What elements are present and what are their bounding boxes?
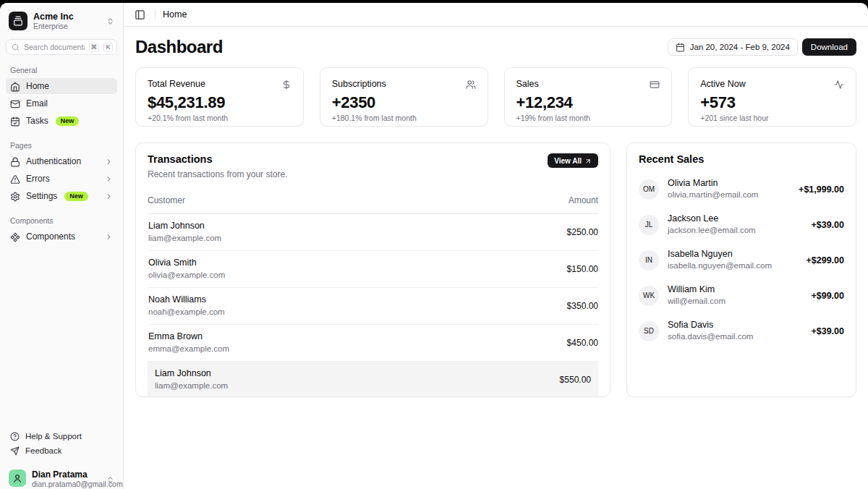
sidebar-section-pages: Pages Authentication Errors Settings New bbox=[6, 141, 117, 205]
alert-triangle-icon bbox=[10, 172, 20, 185]
view-all-button[interactable]: View All bbox=[548, 153, 598, 168]
credit-card-icon bbox=[650, 77, 660, 90]
user-email: dian.pratama0@gmail.com bbox=[32, 480, 101, 489]
kbd-cmd: ⌘ bbox=[89, 43, 100, 52]
stat-card-active-now: Active Now +573 +201 since last hour bbox=[688, 67, 856, 127]
app-window: Acme Inc Enterprise Search documentation… bbox=[0, 3, 868, 489]
home-icon bbox=[10, 80, 20, 93]
org-switcher[interactable]: Acme Inc Enterprise bbox=[6, 9, 117, 33]
sidebar-item-home[interactable]: Home bbox=[6, 78, 117, 94]
recent-sales-panel: Recent Sales OM Olivia Martinolivia.mart… bbox=[626, 143, 856, 397]
stat-change: +201 since last hour bbox=[700, 114, 844, 122]
search-input[interactable]: Search documentation ⌘ K bbox=[6, 39, 117, 55]
section-label: Pages bbox=[6, 141, 117, 150]
date-range-value: Jan 20, 2024 - Feb 9, 2024 bbox=[690, 43, 790, 51]
table-row[interactable]: Emma Brownemma@example.com $450.00 bbox=[148, 325, 598, 362]
download-button[interactable]: Download bbox=[802, 38, 856, 56]
sidebar-item-help-support[interactable]: Help & Support bbox=[6, 429, 117, 443]
list-item[interactable]: SD Sofia Davissofia.davis@email.com +$39… bbox=[639, 320, 844, 342]
search-placeholder: Search documentation bbox=[24, 43, 85, 51]
user-name: Dian Pratama bbox=[32, 469, 101, 480]
dollar-icon bbox=[281, 77, 292, 90]
stat-value: +12,234 bbox=[516, 93, 660, 112]
list-item[interactable]: JL Jackson Leejackson.lee@email.com +$39… bbox=[639, 213, 844, 236]
help-circle-icon bbox=[10, 430, 20, 443]
stat-change: +180.1% from last month bbox=[332, 114, 476, 122]
stat-change: +20.1% from last month bbox=[148, 114, 292, 122]
table-row[interactable]: Olivia Smitholivia@example.com $150.00 bbox=[148, 251, 598, 288]
org-name: Acme Inc bbox=[33, 12, 101, 22]
list-item[interactable]: IN Isabella Nguyenisabella.nguyen@email.… bbox=[639, 249, 844, 271]
sidebar-item-errors[interactable]: Errors bbox=[6, 171, 117, 187]
panel-left-icon bbox=[135, 9, 145, 20]
search-icon bbox=[12, 41, 20, 54]
stat-cards: Total Revenue $45,231.89 +20.1% from las… bbox=[135, 67, 856, 127]
sidebar-item-authentication[interactable]: Authentication bbox=[6, 153, 117, 169]
tasks-icon bbox=[10, 114, 20, 127]
list-item[interactable]: WK William Kimwill@email.com +$99.00 bbox=[639, 284, 844, 307]
chevron-right-icon bbox=[105, 172, 113, 185]
column-amount: Amount bbox=[454, 190, 598, 214]
stat-change: +19% from last month bbox=[516, 114, 660, 122]
chevron-right-icon bbox=[105, 230, 113, 243]
org-plan: Enterprise bbox=[33, 22, 101, 30]
new-badge: New bbox=[56, 116, 80, 126]
list-item[interactable]: OM Olivia Martinolivia.martin@email.com … bbox=[639, 178, 844, 200]
mail-icon bbox=[10, 97, 20, 110]
chevrons-up-down-icon bbox=[106, 473, 114, 486]
table-row[interactable]: Liam Johnsonliam@example.com $250.00 bbox=[148, 214, 598, 251]
page-content: Dashboard Jan 20, 2024 - Feb 9, 2024 Dow… bbox=[124, 27, 868, 489]
stat-card-total-revenue: Total Revenue $45,231.89 +20.1% from las… bbox=[135, 67, 304, 127]
sidebar: Acme Inc Enterprise Search documentation… bbox=[0, 3, 124, 489]
lock-icon bbox=[10, 155, 20, 168]
component-icon bbox=[10, 230, 20, 243]
avatar: IN bbox=[639, 250, 659, 271]
new-badge: New bbox=[64, 192, 88, 201]
avatar: SD bbox=[639, 321, 659, 341]
section-label: General bbox=[6, 66, 117, 75]
transactions-table: Customer Amount Liam Johnsonliam@example… bbox=[148, 190, 598, 397]
sidebar-footer: Help & Support Feedback Dian Pratama dia… bbox=[6, 429, 117, 489]
sidebar-section-general: General Home Email Tasks New bbox=[6, 66, 117, 130]
section-label: Components bbox=[6, 216, 117, 225]
topbar-divider bbox=[155, 9, 156, 20]
sidebar-toggle-button[interactable] bbox=[132, 7, 148, 22]
recent-sales-title: Recent Sales bbox=[639, 153, 844, 165]
stat-card-sales: Sales +12,234 +19% from last month bbox=[504, 67, 673, 127]
chevrons-up-down-icon bbox=[106, 14, 114, 27]
user-menu[interactable]: Dian Pratama dian.pratama0@gmail.com bbox=[6, 464, 117, 489]
chevron-right-icon bbox=[105, 190, 113, 203]
sidebar-item-settings[interactable]: Settings New bbox=[6, 188, 117, 204]
stat-value: +573 bbox=[700, 93, 844, 112]
arrow-up-right-icon bbox=[584, 156, 592, 164]
sidebar-item-feedback[interactable]: Feedback bbox=[6, 443, 117, 458]
stat-value: +2350 bbox=[332, 93, 476, 112]
date-range-picker[interactable]: Jan 20, 2024 - Feb 9, 2024 bbox=[668, 38, 798, 56]
sidebar-item-email[interactable]: Email bbox=[6, 95, 117, 111]
sidebar-item-components[interactable]: Components bbox=[6, 229, 117, 244]
page-header: Dashboard Jan 20, 2024 - Feb 9, 2024 Dow… bbox=[135, 37, 856, 57]
stat-card-subscriptions: Subscriptions +2350 +180.1% from last mo… bbox=[320, 67, 488, 127]
chevron-right-icon bbox=[105, 155, 113, 168]
acme-logo-icon bbox=[9, 12, 27, 30]
page-title: Dashboard bbox=[135, 37, 223, 57]
table-row-highlighted[interactable]: Liam Johnsonliam@example.com $550.00 bbox=[148, 362, 598, 398]
breadcrumb: Home bbox=[163, 9, 187, 20]
topbar: Home bbox=[124, 3, 868, 27]
activity-icon bbox=[834, 77, 844, 90]
main-area: Home Dashboard Jan 20, 2024 - Feb 9, 202… bbox=[124, 3, 868, 489]
column-customer: Customer bbox=[148, 190, 454, 214]
transactions-title: Transactions bbox=[148, 153, 287, 165]
kbd-k: K bbox=[103, 43, 113, 52]
transactions-panel: Transactions Recent transactions from yo… bbox=[135, 143, 610, 397]
send-icon bbox=[10, 444, 20, 457]
user-avatar bbox=[9, 469, 26, 487]
sidebar-item-tasks[interactable]: Tasks New bbox=[6, 113, 117, 129]
stat-value: $45,231.89 bbox=[148, 93, 292, 112]
avatar: OM bbox=[639, 179, 659, 200]
calendar-icon bbox=[676, 42, 685, 51]
table-row[interactable]: Noah Williamsnoah@example.com $350.00 bbox=[148, 288, 598, 325]
avatar: WK bbox=[639, 286, 659, 306]
sidebar-section-components: Components Components bbox=[6, 216, 117, 246]
avatar: JL bbox=[639, 215, 659, 235]
